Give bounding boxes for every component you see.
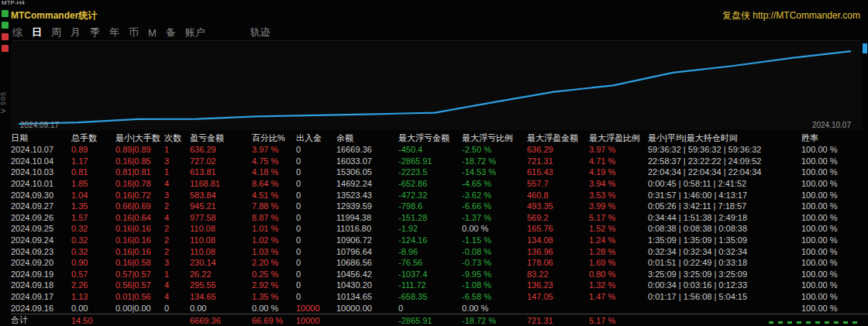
menu-item-轨迹[interactable]: 轨迹: [250, 26, 270, 39]
table-row[interactable]: 2024.09.182.260.56|0.574295.552.92 %0104…: [11, 280, 868, 291]
top-strip: MTP-H4: [0, 0, 868, 7]
cell-pct: 1.02 %: [252, 235, 296, 245]
cell-count: 4: [164, 213, 190, 222]
rail-marker[interactable]: [2, 45, 9, 52]
menu-item-综[interactable]: 综: [12, 26, 22, 39]
cell-max-float-loss: -151.28: [398, 213, 462, 222]
cell-min-max-lots: 0.00|0.00: [115, 304, 164, 313]
rail-marker[interactable]: [2, 22, 9, 29]
cell-date: 2024.10.03: [11, 167, 71, 177]
table-row[interactable]: 2024.10.041.170.16|0.853727.024.75 %0160…: [11, 156, 868, 167]
table-row[interactable]: 2024.09.190.570.57|0.57126.220.25 %01045…: [11, 269, 868, 280]
cell-date: 2024.09.25: [11, 224, 71, 233]
cell-pct: 0.25 %: [252, 269, 296, 279]
cell-pnl: 110.08: [190, 224, 252, 233]
cell-date: 2024.10.04: [11, 156, 71, 166]
equity-chart[interactable]: 2024.09.17 2024.10.07: [11, 42, 862, 130]
cell-max-float-loss: -472.32: [398, 190, 462, 200]
header-hold-times: 最小|平均|最大持仓时间: [648, 132, 801, 144]
menu-item-周[interactable]: 周: [51, 26, 61, 39]
cell-max-float-loss-pct: -1.37 %: [462, 213, 527, 222]
cell-count: 4: [164, 280, 190, 290]
cell-total-lots: 14.50: [71, 316, 115, 325]
cell-balance: 10430.20: [336, 280, 398, 290]
cell-max-float-loss-pct: -0.08 %: [462, 247, 527, 256]
menu-item-账户[interactable]: 账户: [185, 26, 205, 39]
cell-count: 3: [164, 156, 190, 166]
table-row[interactable]: 2024.09.301.040.16|0.723583.844.51 %0135…: [11, 189, 868, 201]
menu-item-日[interactable]: 日: [32, 26, 42, 39]
cell-balance: 10000.00: [336, 304, 398, 313]
cell-max-float-profit-pct: 4.71 %: [589, 156, 648, 166]
header-max-float-profit: 最大浮盈金额: [527, 132, 589, 144]
cell-total-lots: 0.32: [71, 235, 115, 245]
cell-win-rate: 100.00 %: [801, 258, 852, 267]
cell-total-lots: 1.85: [71, 179, 115, 188]
rail-marker[interactable]: [2, 33, 9, 40]
menu-item-季[interactable]: 季: [90, 26, 100, 39]
menu-item-年[interactable]: 年: [109, 26, 119, 39]
cell-win-rate: 100.00 %: [801, 292, 852, 301]
menu-item-M[interactable]: M: [148, 27, 157, 39]
cell-min-max-lots: 0.16|0.16: [115, 247, 164, 256]
menu-item-备[interactable]: 备: [166, 26, 176, 39]
app-window: MTP-H4 V 505 MTCommander统计 复盘侠 http://MT…: [0, 0, 868, 326]
cell-total-lots: 1.13: [71, 292, 115, 301]
table-row[interactable]: 2024.09.240.320.16|0.162110.081.02 %0109…: [11, 235, 868, 246]
table-header-row: 日期总手数最小|大手数次数盈亏金额百分比%出入金余额最大浮亏金额最大浮亏比例最大…: [11, 132, 868, 144]
cell-cash-flow: 10000: [296, 316, 336, 325]
cell-balance: 12939.59: [336, 201, 398, 211]
table-row[interactable]: 2024.10.011.850.16|0.7841168.818.64 %014…: [11, 178, 868, 190]
cell-max-float-profit-pct: 1.28 %: [589, 247, 648, 256]
cell-hold-times: 0:01:51 | 0:22:49 | 0:33:18: [648, 258, 801, 267]
cell-balance: 11016.80: [336, 224, 398, 233]
cell-max-float-loss-pct: 0.00 %: [462, 224, 527, 233]
cell-win-rate: 100.00 %: [801, 247, 852, 256]
table-row[interactable]: 2024.10.030.810.81|0.811613.814.18 %0153…: [11, 166, 868, 178]
cell-pct: 66.69 %: [252, 316, 296, 325]
cell-date: 2024.09.24: [11, 235, 71, 245]
cell-total-lots: 1.17: [71, 156, 115, 166]
cell-max-float-profit: 178.06: [527, 258, 589, 267]
table-row[interactable]: 2024.10.070.890.89|0.891636.293.97 %0166…: [11, 144, 868, 156]
cell-max-float-profit-pct: 4.19 %: [589, 167, 648, 177]
cell-max-float-loss-pct: -9.95 %: [462, 269, 527, 279]
cell-max-float-profit: 721.31: [527, 316, 589, 325]
table-row[interactable]: 2024.09.230.320.16|0.162110.081.03 %0107…: [11, 245, 868, 257]
cell-cash-flow: 0: [296, 190, 336, 200]
cell-count: 4: [164, 179, 190, 188]
table-row[interactable]: 2024.09.200.900.16|0.583230.142.20 %0106…: [11, 257, 868, 269]
header-date: 日期: [11, 132, 71, 144]
header-max-float-loss: 最大浮亏金额: [398, 132, 462, 144]
cell-max-float-profit-pct: 3.94 %: [589, 179, 648, 188]
cell-max-float-profit: 636.29: [527, 145, 589, 154]
scrollbar-thumb[interactable]: [863, 43, 867, 53]
header-win-rate: 胜率: [801, 132, 852, 144]
header-total-lots: 总手数: [71, 132, 115, 144]
table-row[interactable]: 2024.09.271.350.66|0.692945.217.88 %0129…: [11, 201, 868, 212]
cell-max-float-profit-pct: 5.17 %: [589, 213, 648, 222]
cell-total-lots: 1.04: [71, 190, 115, 200]
cell-date: 合计: [11, 314, 71, 326]
cell-count: 3: [164, 190, 190, 200]
cell-hold-times: 0:31:57 | 1:46:00 | 4:13:17: [648, 190, 801, 200]
cell-pnl: 727.02: [190, 156, 252, 166]
header-max-float-profit-pct: 最大浮盈比例: [589, 132, 648, 144]
cell-date: 2024.09.19: [11, 269, 71, 279]
brand-link[interactable]: 复盘侠 http://MTCommander.com: [722, 9, 860, 22]
table-row[interactable]: 2024.09.160.000.00|0.0000.000.00 %100001…: [11, 302, 868, 314]
cell-date: 2024.10.01: [11, 179, 71, 188]
cell-min-max-lots: 0.57|0.57: [115, 269, 164, 279]
table-row[interactable]: 2024.09.171.130.01|0.564134.651.35 %0101…: [11, 291, 868, 303]
menu-item-月[interactable]: 月: [71, 26, 81, 39]
rail-marker[interactable]: [2, 10, 9, 17]
cell-pnl: 583.84: [190, 190, 252, 200]
cell-cash-flow: 0: [296, 292, 336, 301]
table-row[interactable]: 2024.09.261.570.16|0.644977.588.87 %0119…: [11, 212, 868, 224]
cell-date: 2024.10.07: [11, 145, 71, 154]
table-row[interactable]: 2024.09.250.320.16|0.162110.081.01 %0110…: [11, 223, 868, 235]
cell-count: 2: [164, 224, 190, 233]
menu-item-币[interactable]: 币: [129, 26, 139, 39]
cell-pnl: 110.08: [190, 235, 252, 245]
cell-min-max-lots: 0.16|0.58: [115, 258, 164, 267]
